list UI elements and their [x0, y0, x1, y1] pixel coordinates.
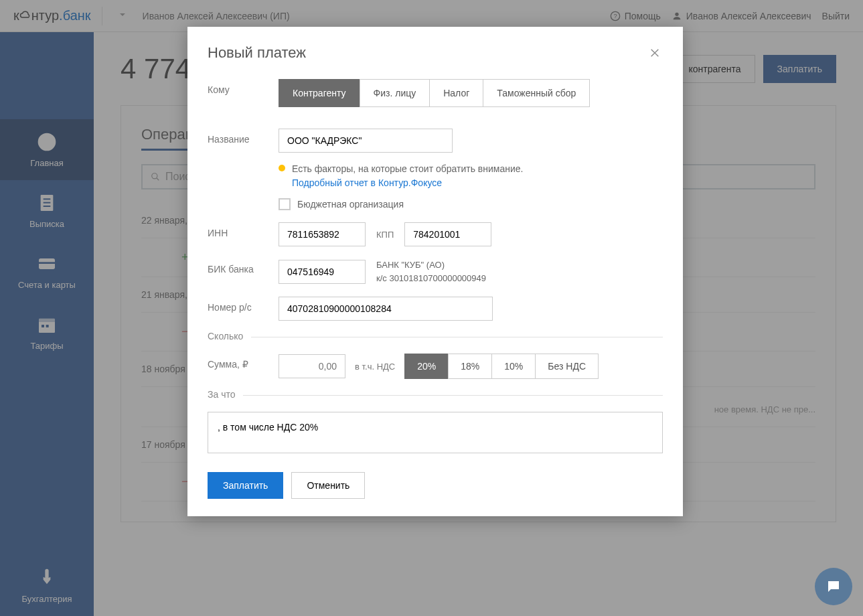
tab-individual[interactable]: Физ. лицу — [360, 79, 430, 107]
bank-info: БАНК "КУБ" (АО) к/с 30101810700000000949 — [376, 258, 486, 285]
inn-label: ИНН — [208, 222, 268, 238]
budget-org-label: Бюджетная организация — [297, 199, 404, 210]
close-button[interactable] — [647, 45, 663, 61]
inn-field[interactable] — [279, 222, 366, 246]
chat-icon — [826, 579, 842, 595]
kpp-label: КПП — [376, 230, 394, 240]
chat-fab[interactable] — [815, 568, 852, 605]
vat-label: в т.ч. НДС — [355, 362, 395, 372]
warning-dot-icon — [279, 165, 285, 171]
budget-org-checkbox[interactable] — [279, 198, 291, 210]
name-field[interactable] — [279, 129, 453, 153]
modal-title: Новый платеж — [208, 44, 306, 62]
section-divider: За что — [208, 395, 663, 396]
payment-modal: Новый платеж Кому Контрагенту Физ. лицу … — [187, 27, 683, 516]
focus-report-link[interactable]: Подробный отчет в Контур.Фокусе — [292, 176, 523, 190]
recipient-type-tabs: Контрагенту Физ. лицу Налог Таможенный с… — [279, 79, 663, 107]
name-label: Название — [208, 129, 268, 145]
section-divider: Сколько — [208, 337, 663, 337]
bik-field[interactable] — [279, 260, 366, 284]
account-label: Номер р/с — [208, 297, 268, 313]
close-icon — [649, 48, 660, 58]
vat-18[interactable]: 18% — [448, 354, 492, 379]
vat-10[interactable]: 10% — [491, 354, 536, 379]
vat-none[interactable]: Без НДС — [535, 354, 599, 379]
warning-text: Есть факторы, на которые стоит обратить … — [292, 162, 523, 176]
vat-20[interactable]: 20% — [404, 354, 449, 379]
bik-label: БИК банка — [208, 258, 268, 275]
amount-field[interactable] — [279, 354, 345, 378]
tab-contractor[interactable]: Контрагенту — [279, 79, 360, 107]
whom-label: Кому — [208, 79, 268, 95]
tab-tax[interactable]: Налог — [429, 79, 483, 107]
account-field[interactable] — [279, 297, 493, 321]
kpp-field[interactable] — [404, 222, 491, 246]
submit-button[interactable]: Заплатить — [208, 472, 283, 499]
tab-customs[interactable]: Таможенный сбор — [483, 79, 590, 107]
purpose-field[interactable] — [208, 412, 663, 453]
cancel-button[interactable]: Отменить — [291, 472, 365, 499]
amount-label: Сумма, ₽ — [208, 354, 268, 370]
vat-tabs: 20% 18% 10% Без НДС — [404, 354, 599, 379]
